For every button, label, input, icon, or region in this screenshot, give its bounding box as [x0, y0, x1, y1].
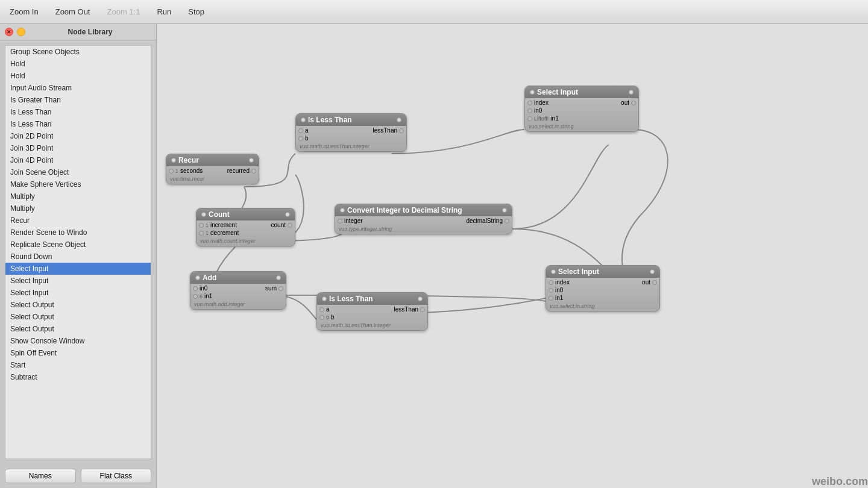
sidebar-list-item-7[interactable]: Join 2D Point	[5, 130, 151, 142]
sidebar-list-item-1[interactable]: Hold	[5, 58, 151, 70]
add-node[interactable]: Add in0 6 in1 sum	[190, 271, 286, 310]
is-less-than-1-node[interactable]: Is Less Than a b lessThan	[295, 113, 407, 152]
node-trigger-dot	[201, 212, 206, 217]
select-input-1-type: vuo.select.in.string	[525, 123, 638, 131]
port-circle	[319, 315, 324, 320]
port-in0: in0	[549, 287, 570, 293]
recur-node[interactable]: Recur 1 seconds recurred	[166, 154, 259, 184]
main-layout: ✕ Node Library Group Scene ObjectsHoldHo…	[0, 24, 868, 488]
sidebar-list-item-10[interactable]: Join Scene Object	[5, 166, 151, 178]
is-less-than-2-type: vuo.math.isLessThan.integer	[317, 322, 427, 330]
select-input-2-type: vuo.select.in.string	[546, 302, 659, 311]
port-circle	[338, 219, 342, 224]
node-trigger-dot	[340, 208, 345, 213]
sidebar-list-item-14[interactable]: Recur	[5, 214, 151, 227]
ports-right: lessThan	[394, 306, 425, 321]
select-input-2-node[interactable]: Select Input index in0 in1	[546, 265, 660, 311]
port-a: a	[319, 306, 335, 313]
node-output-dot	[276, 275, 281, 280]
port-label: in1	[550, 115, 558, 122]
port-label: b	[331, 314, 335, 321]
count-header: Count	[197, 208, 295, 221]
port-label: recurred	[227, 167, 250, 174]
sidebar: ✕ Node Library Group Scene ObjectsHoldHo…	[0, 24, 157, 488]
minimize-button[interactable]	[17, 28, 25, 36]
port-label: count	[271, 222, 286, 228]
select-input-1-node[interactable]: Select Input index in0 Liftoff!	[524, 86, 639, 132]
port-label: seconds	[180, 167, 203, 174]
sidebar-list-item-17[interactable]: Round Down	[5, 251, 151, 263]
port-label: decimalString	[466, 217, 503, 224]
port-circle	[549, 296, 553, 301]
sidebar-list-item-8[interactable]: Join 3D Point	[5, 142, 151, 154]
convert-node[interactable]: Convert Integer to Decimal String intege…	[335, 204, 512, 234]
stop-button[interactable]: Stop	[186, 6, 207, 17]
port-label: a	[326, 306, 330, 313]
flat-class-button[interactable]: Flat Class	[81, 469, 152, 483]
sidebar-list-item-12[interactable]: Multiply	[5, 190, 151, 202]
sidebar-list-item-0[interactable]: Group Scene Objects	[5, 46, 151, 58]
port-in1: 6 in1	[193, 293, 212, 299]
ports-left: index in0 in1	[549, 279, 570, 301]
sidebar-list-item-22[interactable]: Select Output	[5, 311, 151, 323]
sidebar-list-item-27[interactable]: Subtract	[5, 371, 151, 383]
sidebar-list-item-23[interactable]: Select Output	[5, 323, 151, 335]
port-label: lessThan	[373, 127, 397, 134]
watermark: weibo.com	[729, 410, 868, 488]
node-output-dot	[418, 296, 423, 301]
port-circle	[527, 108, 532, 113]
add-title: Add	[203, 274, 216, 282]
zoom-in-button[interactable]: Zoom In	[7, 6, 41, 17]
port-label: in0	[555, 287, 563, 293]
sidebar-list-item-18[interactable]: Select Input	[5, 263, 151, 275]
sidebar-list-item-15[interactable]: Render Scene to Windo	[5, 227, 151, 239]
zoom-out-button[interactable]: Zoom Out	[53, 6, 93, 17]
port-circle	[251, 169, 256, 174]
sidebar-list-item-4[interactable]: Is Greater Than	[5, 94, 151, 106]
node-trigger-dot	[322, 296, 327, 301]
sidebar-list-item-26[interactable]: Start	[5, 359, 151, 371]
is-less-than-2-header: Is Less Than	[317, 293, 427, 305]
recur-node-title: Recur	[178, 156, 199, 164]
node-trigger-dot	[530, 90, 535, 95]
sidebar-list-item-13[interactable]: Multiply	[5, 202, 151, 214]
node-trigger-dot	[195, 275, 200, 280]
sidebar-list-item-11[interactable]: Make Sphere Vertices	[5, 178, 151, 190]
canvas: Recur 1 seconds recurred	[157, 24, 868, 488]
port-circle	[288, 223, 292, 228]
port-circle	[298, 136, 303, 141]
count-ports: 1 increment 1 decrement count	[197, 221, 295, 237]
convert-header: Convert Integer to Decimal String	[335, 204, 512, 216]
sidebar-list-item-19[interactable]: Select Input	[5, 275, 151, 287]
port-val: 1	[175, 168, 178, 174]
names-button[interactable]: Names	[5, 469, 76, 483]
count-node[interactable]: Count 1 increment 1 decrement	[196, 208, 295, 246]
port-index: index	[549, 279, 570, 286]
node-output-dot	[650, 269, 655, 274]
port-circle	[549, 280, 553, 285]
sidebar-list-item-9[interactable]: Join 4D Point	[5, 154, 151, 166]
sidebar-list-item-5[interactable]: Is Less Than	[5, 106, 151, 118]
ports-left: 1 increment 1 decrement	[199, 222, 239, 236]
sidebar-list-item-6[interactable]: Is Less Than	[5, 118, 151, 130]
sidebar-list-item-2[interactable]: Hold	[5, 70, 151, 82]
port-out: out	[642, 279, 657, 286]
port-seconds: 1 seconds	[169, 167, 203, 174]
sidebar-list-item-16[interactable]: Replicate Scene Object	[5, 239, 151, 251]
is-less-than-2-node[interactable]: Is Less Than a 0 b le	[316, 292, 428, 331]
ports-left: a 0 b	[319, 306, 335, 321]
node-output-dot	[249, 158, 254, 163]
sidebar-list-item-3[interactable]: Input Audio Stream	[5, 82, 151, 94]
port-label: lessThan	[394, 306, 418, 313]
close-button[interactable]: ✕	[5, 28, 13, 36]
ports-left: in0 6 in1	[193, 285, 212, 299]
node-trigger-dot	[171, 158, 176, 163]
sidebar-list-item-20[interactable]: Select Input	[5, 287, 151, 299]
port-label: index	[555, 279, 570, 286]
run-button[interactable]: Run	[154, 6, 174, 17]
sidebar-list-item-24[interactable]: Show Console Window	[5, 335, 151, 347]
sidebar-list-item-25[interactable]: Spin Off Event	[5, 347, 151, 359]
is-less-than-1-title: Is Less Than	[308, 116, 352, 124]
sidebar-list-item-21[interactable]: Select Output	[5, 299, 151, 311]
zoom-1-1-button: Zoom 1:1	[104, 6, 142, 17]
